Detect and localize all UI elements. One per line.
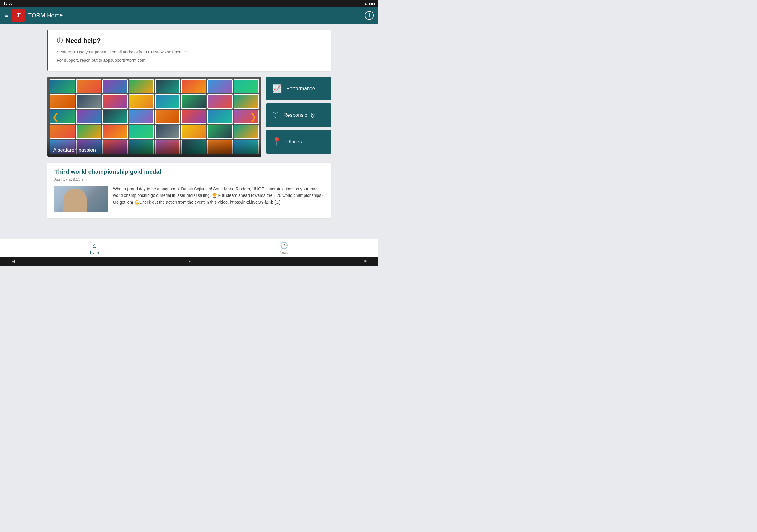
right-nav-buttons: 📈 Performance ♡ Responsibility 📍 Offices xyxy=(266,77,331,157)
help-line1: Seafarers: Use your personal email addre… xyxy=(57,49,323,55)
menu-button[interactable]: ≡ xyxy=(5,12,9,19)
carousel: ❮ ❯ A seafarer' passion xyxy=(47,77,261,157)
painting xyxy=(129,125,154,139)
painting xyxy=(181,94,206,108)
painting xyxy=(102,94,128,108)
painting xyxy=(207,94,233,108)
news-date: April 17 at 8:15 am xyxy=(54,177,324,182)
help-card: ⓘ Need help? Seafarers: Use your persona… xyxy=(47,30,331,71)
news-nav-icon: 🕐 xyxy=(280,242,288,250)
android-nav-bar: ◀ ● ■ xyxy=(0,256,378,266)
responsibility-label: Responsibility xyxy=(284,112,315,118)
painting xyxy=(50,125,75,139)
help-info-icon: ⓘ xyxy=(57,37,63,44)
painting xyxy=(207,79,233,93)
painting xyxy=(102,110,128,124)
battery-icon xyxy=(369,1,375,6)
back-button[interactable]: ◀ xyxy=(12,259,15,264)
painting xyxy=(155,110,180,124)
main-content: ⓘ Need help? Seafarers: Use your persona… xyxy=(0,24,378,239)
painting xyxy=(181,110,206,124)
time-display: 12:00 xyxy=(4,1,13,6)
offices-button[interactable]: 📍 Offices xyxy=(266,130,331,154)
painting xyxy=(50,94,75,108)
help-card-title: ⓘ Need help? xyxy=(57,37,323,44)
carousel-prev-button[interactable]: ❮ xyxy=(50,109,61,124)
painting xyxy=(129,79,154,93)
carousel-next-button[interactable]: ❯ xyxy=(248,109,259,124)
painting xyxy=(155,79,180,93)
app-bar-left: ≡ T TORM Home xyxy=(5,9,63,21)
responsibility-icon: ♡ xyxy=(272,110,279,120)
home-nav-label: Home xyxy=(90,251,99,254)
offices-icon: 📍 xyxy=(272,137,282,146)
responsibility-button[interactable]: ♡ Responsibility xyxy=(266,103,331,127)
app-title: TORM Home xyxy=(28,12,63,19)
painting xyxy=(102,125,128,139)
painting xyxy=(181,79,206,93)
painting xyxy=(129,110,154,124)
news-title[interactable]: Third world championship gold medal xyxy=(54,168,324,175)
news-body: What a proud day to be a sponsor of Dans… xyxy=(54,186,324,212)
status-bar: 12:00 xyxy=(0,0,378,7)
news-card: Third world championship gold medal Apri… xyxy=(47,163,331,218)
performance-label: Performance xyxy=(286,86,315,92)
offices-label: Offices xyxy=(286,139,302,145)
painting xyxy=(129,94,154,108)
home-hardware-button[interactable]: ● xyxy=(188,259,191,264)
carousel-caption: A seafarer' passion xyxy=(47,138,261,157)
nav-item-home[interactable]: ⌂ Home xyxy=(0,239,189,256)
wifi-icon xyxy=(364,1,367,6)
painting xyxy=(76,94,102,108)
news-thumbnail-face xyxy=(63,189,87,212)
performance-icon: 📈 xyxy=(272,84,282,93)
painting xyxy=(155,94,180,108)
painting xyxy=(50,79,75,93)
news-nav-label: News xyxy=(280,251,288,254)
middle-section: ❮ ❯ A seafarer' passion 📈 Performance ♡ … xyxy=(47,77,331,157)
performance-button[interactable]: 📈 Performance xyxy=(266,77,331,101)
status-icons xyxy=(364,1,375,6)
painting xyxy=(207,125,233,139)
news-thumbnail xyxy=(54,186,107,212)
app-logo: T xyxy=(12,9,24,21)
home-nav-icon: ⌂ xyxy=(93,242,96,250)
painting xyxy=(207,110,233,124)
painting xyxy=(76,110,102,124)
news-text: What a proud day to be a sponsor of Dans… xyxy=(113,186,324,212)
painting xyxy=(102,79,128,93)
nav-item-news[interactable]: 🕐 News xyxy=(189,239,378,256)
painting xyxy=(234,125,259,139)
painting xyxy=(181,125,206,139)
app-bar: ≡ T TORM Home i xyxy=(0,7,378,24)
painting xyxy=(234,79,259,93)
painting xyxy=(234,94,259,108)
info-button[interactable]: i xyxy=(365,11,374,20)
recents-button[interactable]: ■ xyxy=(364,259,367,264)
painting xyxy=(155,125,180,139)
painting xyxy=(76,125,102,139)
painting xyxy=(76,79,102,93)
help-line2: For support, reach out to appsupport@tor… xyxy=(57,57,323,64)
bottom-nav: ⌂ Home 🕐 News xyxy=(0,239,378,256)
